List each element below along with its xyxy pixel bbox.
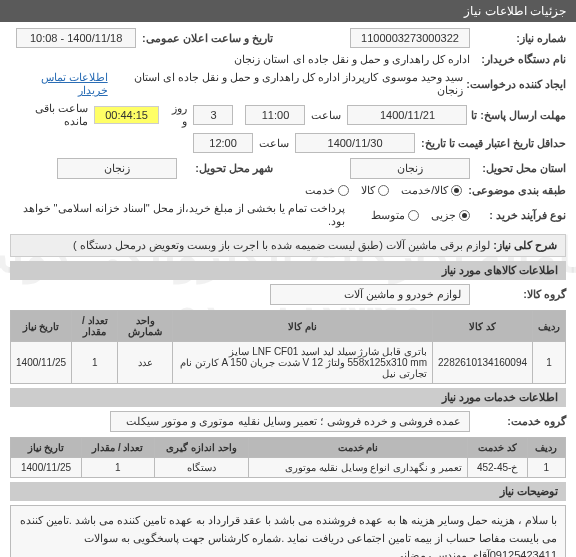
col-unit: واحد شمارش bbox=[118, 311, 172, 342]
radio-goods[interactable] bbox=[378, 185, 389, 196]
page-title: جزئیات اطلاعات نیاز bbox=[464, 4, 566, 18]
remaining-days: 3 bbox=[193, 105, 233, 125]
province-value: زنجان bbox=[350, 158, 470, 179]
goods-table: ردیف کد کالا نام کالا واحد شمارش تعداد /… bbox=[10, 310, 566, 384]
reply-time-label: ساعت bbox=[311, 109, 341, 122]
process-radios: جزیی متوسط bbox=[371, 209, 470, 222]
subject-class-radios: کالا/خدمت کالا خدمت bbox=[305, 184, 462, 197]
process-label: نوع فرآیند خرید : bbox=[476, 209, 566, 222]
radio-goods-service[interactable] bbox=[451, 185, 462, 196]
buyer-contact-link[interactable]: اطلاعات تماس خریدار bbox=[10, 71, 108, 97]
explanations-header: توضیحات نیاز bbox=[10, 482, 566, 501]
col-row: ردیف bbox=[533, 311, 566, 342]
pub-time-value: 1400/11/18 - 10:08 bbox=[16, 28, 136, 48]
need-title-label: شرح کلی نیاز: bbox=[493, 239, 557, 251]
requester-label: ایجاد کننده درخواست: bbox=[469, 78, 566, 91]
radio-medium[interactable] bbox=[408, 210, 419, 221]
credit-date: 1400/11/30 bbox=[295, 133, 415, 153]
need-no-label: شماره نیاز: bbox=[476, 32, 566, 45]
city-value: زنجان bbox=[57, 158, 177, 179]
need-no-value: 1100003273000322 bbox=[350, 28, 470, 48]
goods-section-header: اطلاعات کالاهای مورد نیاز bbox=[10, 261, 566, 280]
col-qty: تعداد / مقدار bbox=[72, 311, 118, 342]
col-name: نام کالا bbox=[172, 311, 432, 342]
table-row: 1 خ-45-452 تعمیر و نگهداری انواع وسایل ن… bbox=[11, 458, 566, 478]
timer-suffix: ساعت باقی مانده bbox=[10, 102, 88, 128]
reply-deadline-label: مهلت ارسال پاسخ: تا bbox=[473, 109, 566, 122]
reply-time: 11:00 bbox=[245, 105, 305, 125]
buyer-org-label: نام دستگاه خریدار: bbox=[476, 53, 566, 66]
reply-date: 1400/11/21 bbox=[347, 105, 467, 125]
province-label: استان محل تحویل: bbox=[476, 162, 566, 175]
remaining-days-label: روز و bbox=[165, 102, 188, 128]
col-date: تاریخ نیاز bbox=[11, 311, 72, 342]
process-note: پرداخت تمام یا بخشی از مبلغ خرید،از محل … bbox=[10, 202, 345, 228]
radio-minor[interactable] bbox=[459, 210, 470, 221]
services-table: ردیف کد خدمت نام خدمت واحد اندازه گیری ت… bbox=[10, 437, 566, 478]
need-title-row: شرح کلی نیاز: لوازم برقی ماشین آلات (طبق… bbox=[10, 234, 566, 257]
explanations-text: با سلام ، هزینه حمل وسایر هزینه ها به عه… bbox=[10, 505, 566, 557]
credit-label: حداقل تاریخ اعتبار قیمت تا تاریخ: bbox=[421, 137, 566, 150]
services-group-label: گروه خدمت: bbox=[476, 415, 566, 428]
page-header: جزئیات اطلاعات نیاز bbox=[0, 0, 576, 22]
requester-value: سید وحید موسوی کارپرداز اداره کل راهداری… bbox=[114, 71, 463, 97]
goods-group-label: گروه کالا: bbox=[476, 288, 566, 301]
table-row: 1 2282610134160094 باتری قابل شارژ سیلد … bbox=[11, 342, 566, 384]
countdown-timer: 00:44:15 bbox=[94, 106, 159, 124]
credit-time: 12:00 bbox=[193, 133, 253, 153]
services-section-header: اطلاعات خدمات مورد نیاز bbox=[10, 388, 566, 407]
need-title-value: لوازم برقی ماشین آلات (طبق لیست ضمیمه شد… bbox=[73, 239, 490, 251]
buyer-org-value: اداره کل راهداری و حمل و نقل جاده ای است… bbox=[234, 53, 470, 66]
credit-time-label: ساعت bbox=[259, 137, 289, 150]
city-label: شهر محل تحویل: bbox=[183, 162, 273, 175]
subject-class-label: طبقه بندی موضوعی: bbox=[468, 184, 566, 197]
radio-service[interactable] bbox=[338, 185, 349, 196]
col-code: کد کالا bbox=[433, 311, 533, 342]
pub-time-label: تاریخ و ساعت اعلان عمومی: bbox=[142, 32, 273, 45]
goods-group-value: لوازم خودرو و ماشین آلات bbox=[270, 284, 470, 305]
services-group-value: عمده فروشی و خرده فروشی ؛ تعمیر وسایل نق… bbox=[110, 411, 470, 432]
